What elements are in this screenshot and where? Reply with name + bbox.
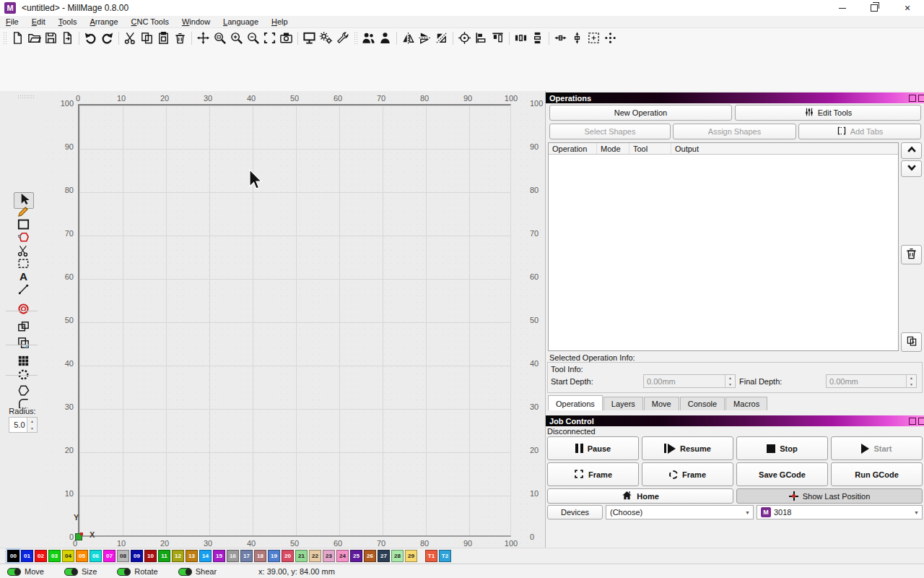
palette-color-26[interactable]: 26 (364, 550, 376, 562)
menu-language[interactable]: Language (223, 17, 258, 26)
palette-color-18[interactable]: 18 (254, 550, 266, 562)
palette-color-17[interactable]: 17 (240, 550, 253, 562)
move-operation-down-button[interactable] (901, 160, 922, 177)
move-toggle[interactable] (7, 568, 21, 576)
run-gcode-button[interactable]: Run GCode (831, 462, 923, 486)
cut-button[interactable] (122, 30, 139, 46)
distribute-h-button[interactable] (513, 30, 529, 46)
palette-color-12[interactable]: 12 (172, 550, 184, 562)
menu-edit[interactable]: Edit (32, 17, 45, 26)
duplicate-operation-button[interactable] (901, 332, 922, 352)
zoom-region-button[interactable] (212, 30, 228, 46)
folder-open-button[interactable] (26, 30, 43, 46)
users-button[interactable] (360, 30, 377, 46)
align-x-button[interactable] (473, 30, 489, 46)
final-depth-spinner[interactable]: ▲▼ (906, 375, 916, 387)
menu-help[interactable]: Help (271, 17, 288, 26)
palette-color-06[interactable]: 06 (90, 550, 102, 562)
toolstrip-drag-handle[interactable] (17, 95, 35, 98)
radius-field[interactable]: 5.0 ▲▼ (9, 417, 38, 433)
undock-icon[interactable] (909, 95, 916, 102)
redo-button[interactable] (99, 30, 116, 46)
operations-panel-header[interactable]: Operations (546, 92, 924, 103)
copy-button[interactable] (139, 30, 155, 46)
start-button[interactable]: Start (831, 436, 923, 460)
start-depth-spinner[interactable]: ▲▼ (725, 375, 735, 387)
frame-select-button[interactable] (261, 30, 278, 46)
select-shapes-button[interactable]: Select Shapes (549, 124, 671, 139)
palette-color-25[interactable]: 25 (350, 550, 362, 562)
zoom-out-button[interactable] (245, 30, 261, 46)
import-button[interactable] (59, 30, 76, 46)
rotate-toggle[interactable] (117, 568, 131, 576)
circular-array-tool[interactable] (14, 368, 32, 384)
save-gcode-button[interactable]: Save GCode (736, 462, 828, 486)
tab-layers[interactable]: Layers (603, 397, 643, 410)
camera-button[interactable] (278, 30, 295, 46)
pause-button[interactable]: Pause (547, 436, 639, 460)
devices-button[interactable]: Devices (547, 505, 603, 519)
shear-toggle[interactable] (178, 568, 192, 576)
frame-rect-button[interactable]: Frame (547, 462, 639, 486)
device-select[interactable]: M 3018▼ (757, 505, 923, 519)
palette-color-08[interactable]: 08 (117, 550, 129, 562)
column-tool[interactable]: Tool (629, 143, 671, 154)
assign-shapes-button[interactable]: Assign Shapes (673, 124, 796, 139)
paste-button[interactable] (155, 30, 172, 46)
menu-cnc-tools[interactable]: CNC Tools (131, 17, 169, 26)
align-y-button[interactable] (489, 30, 506, 46)
line-tool[interactable] (14, 283, 32, 298)
flip-v-button[interactable] (417, 30, 433, 46)
move-operation-up-button[interactable] (901, 142, 922, 159)
file-new-button[interactable] (9, 30, 26, 46)
undock-icon[interactable] (909, 418, 916, 425)
delete-operation-button[interactable] (901, 245, 922, 264)
size-toggle-row[interactable]: Size (64, 567, 97, 576)
palette-color-28[interactable]: 28 (391, 550, 404, 562)
palette-color-21[interactable]: 21 (295, 550, 308, 562)
fillet-tool[interactable] (14, 397, 32, 413)
final-depth-field[interactable]: 0.00mm ▲▼ (826, 374, 917, 388)
palette-color-01[interactable]: 01 (21, 550, 33, 562)
palette-color-07[interactable]: 07 (103, 550, 116, 562)
job-control-panel-header[interactable]: Job Control (546, 415, 924, 426)
radius-spinner[interactable]: ▲▼ (27, 418, 37, 432)
minimize-button[interactable] (832, 0, 853, 16)
palette-color-23[interactable]: 23 (323, 550, 335, 562)
menu-arrange[interactable]: Arrange (90, 17, 118, 26)
move-toggle-row[interactable]: Move (7, 567, 44, 576)
palette-color-11[interactable]: 11 (158, 550, 170, 562)
target-button[interactable] (456, 30, 473, 46)
tab-move[interactable]: Move (644, 397, 679, 410)
flip-h-button[interactable] (400, 30, 417, 46)
bounds-button[interactable] (585, 30, 602, 46)
shear-toggle-row[interactable]: Shear (178, 567, 217, 576)
wrench-button[interactable] (334, 30, 351, 46)
tab-operations[interactable]: Operations (548, 395, 603, 410)
rotate-toggle-row[interactable]: Rotate (117, 567, 157, 576)
close-button[interactable]: × (897, 0, 918, 16)
toolbar-drag-handle[interactable] (354, 32, 357, 45)
tab-macros[interactable]: Macros (725, 397, 767, 410)
palette-color-09[interactable]: 09 (131, 550, 143, 562)
palette-color-T2[interactable]: T2 (439, 550, 451, 562)
edit-tools-button[interactable]: Edit Tools (735, 105, 921, 121)
palette-color-T1[interactable]: T1 (425, 550, 437, 562)
frame-circle-button[interactable]: Frame (642, 462, 733, 486)
restore-button[interactable] (863, 0, 885, 16)
operations-table[interactable]: OperationModeToolOutput (548, 142, 899, 351)
user-button[interactable] (377, 30, 393, 46)
home-button[interactable]: Home (547, 488, 733, 504)
menu-window[interactable]: Window (182, 17, 210, 26)
toolbar-drag-handle[interactable] (3, 32, 6, 45)
zoom-in-button[interactable] (228, 30, 245, 46)
column-operation[interactable]: Operation (549, 143, 597, 154)
save-button[interactable] (43, 30, 59, 46)
new-operation-button[interactable]: New Operation (549, 105, 732, 121)
resume-button[interactable]: Resume (642, 436, 733, 460)
palette-color-20[interactable]: 20 (282, 550, 294, 562)
palette-color-14[interactable]: 14 (199, 550, 212, 562)
palette-color-10[interactable]: 10 (144, 550, 157, 562)
trash-button[interactable] (172, 30, 188, 46)
panel-close-icon[interactable] (918, 95, 924, 102)
